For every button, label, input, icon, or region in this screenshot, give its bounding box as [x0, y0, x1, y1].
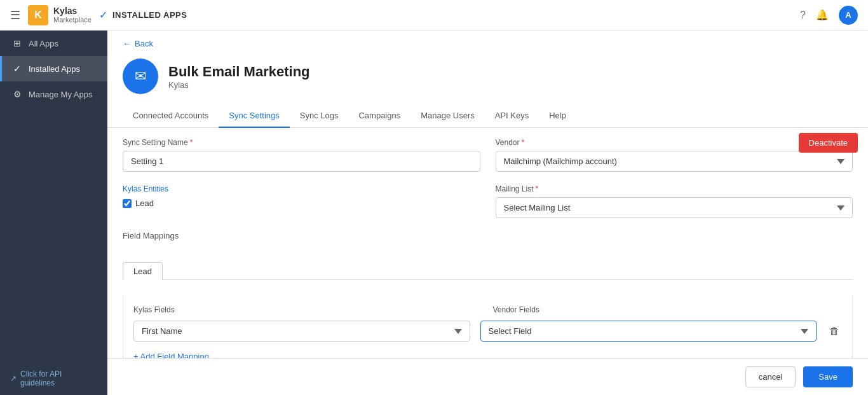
page-content: Deactivate Sync Setting Name * Vendor * [107, 128, 868, 358]
lead-checkbox-item: Lead [123, 198, 480, 208]
logo-name: Kylas [53, 6, 92, 17]
top-header: ☰ K Kylas Marketplace ✓ INSTALLED APPS ?… [0, 0, 868, 31]
vendor-field-select-wrap: Select Field [480, 321, 817, 342]
api-guidelines-label: Click for API guidelines [20, 370, 97, 387]
main-layout: ⊞ All Apps ✓ Installed Apps ⚙ Manage My … [0, 31, 868, 395]
installed-apps-icon: ✓ [12, 64, 22, 74]
back-arrow-icon: ← [123, 39, 131, 48]
check-icon: ✓ [99, 9, 107, 21]
back-bar: ← Back [107, 31, 868, 53]
manage-apps-icon: ⚙ [12, 89, 22, 99]
help-icon[interactable]: ? [800, 10, 806, 21]
vendor-field-select[interactable]: Select Field [480, 321, 817, 342]
field-mappings-section: Field Mappings Lead Kylas Fields Vendor … [123, 231, 853, 358]
api-guidelines-link[interactable]: ↗ Click for API guidelines [0, 362, 107, 395]
sync-setting-name-input[interactable] [123, 151, 480, 172]
mapping-tab-lead[interactable]: Lead [123, 262, 163, 280]
add-field-mapping-link[interactable]: + Add Field Mapping [133, 349, 209, 358]
deactivate-button[interactable]: Deactivate [799, 133, 858, 153]
page-footer: cancel Save [107, 358, 868, 395]
form-row-2: Kylas Entities Lead Mailing List * Selec… [123, 184, 853, 218]
all-apps-icon: ⊞ [12, 38, 22, 48]
header-left: ☰ K Kylas Marketplace ✓ INSTALLED APPS [10, 5, 187, 25]
lead-checkbox[interactable] [123, 199, 132, 208]
required-marker: * [190, 138, 193, 147]
logo-area: K Kylas Marketplace [28, 5, 92, 25]
logo-subtitle: Marketplace [53, 16, 92, 24]
app-header: ✉ Bulk Email Marketing Kylas [107, 53, 868, 104]
api-guidelines-icon: ↗ [10, 374, 17, 383]
header-title: INSTALLED APPS [112, 10, 187, 20]
tab-connected-accounts[interactable]: Connected Accounts [123, 104, 219, 128]
delete-mapping-icon[interactable]: 🗑 [827, 326, 842, 337]
back-link[interactable]: ← Back [123, 39, 153, 48]
content-area: ← Back ✉ Bulk Email Marketing Kylas Conn… [107, 31, 868, 395]
app-title: Bulk Email Marketing [168, 64, 310, 80]
tab-sync-settings[interactable]: Sync Settings [219, 104, 290, 128]
sidebar-item-all-apps[interactable]: ⊞ All Apps [0, 31, 107, 56]
required-marker: * [536, 184, 539, 193]
sidebar-item-installed-apps[interactable]: ✓ Installed Apps [0, 56, 107, 81]
app-info: Bulk Email Marketing Kylas [168, 64, 310, 90]
lead-checkbox-label: Lead [135, 198, 154, 208]
mapping-table-wrapper: Kylas Fields Vendor Fields First Name La… [123, 295, 853, 358]
required-marker: * [522, 138, 525, 147]
bell-icon[interactable]: 🔔 [816, 9, 829, 21]
mapping-table-header: Kylas Fields Vendor Fields [133, 305, 842, 314]
sync-setting-name-label: Sync Setting Name * [123, 138, 480, 147]
app-subtitle: Kylas [168, 80, 310, 90]
avatar[interactable]: A [839, 6, 858, 25]
kylas-fields-header: Kylas Fields [133, 305, 483, 314]
tab-manage-users[interactable]: Manage Users [410, 104, 485, 128]
vendor-select[interactable]: Mailchimp (Mailchimp account) [496, 151, 853, 172]
tab-campaigns[interactable]: Campaigns [348, 104, 410, 128]
kylas-field-select[interactable]: First Name Last Name Email Phone [133, 321, 470, 342]
tab-sync-logs[interactable]: Sync Logs [290, 104, 349, 128]
tab-api-keys[interactable]: API Keys [485, 104, 539, 128]
app-icon: ✉ [123, 59, 158, 94]
cancel-button[interactable]: cancel [745, 366, 796, 387]
tabs-bar: Connected Accounts Sync Settings Sync Lo… [107, 104, 868, 128]
save-button[interactable]: Save [803, 366, 853, 387]
mailing-list-select[interactable]: Select Mailing List [496, 197, 853, 218]
form-row-1: Sync Setting Name * Vendor * Mailchimp (… [123, 138, 853, 172]
field-mappings-label: Field Mappings [123, 231, 853, 240]
sidebar-item-manage-my-apps[interactable]: ⚙ Manage My Apps [0, 81, 107, 107]
kylas-entities-label: Kylas Entities [123, 184, 480, 193]
sidebar: ⊞ All Apps ✓ Installed Apps ⚙ Manage My … [0, 31, 107, 395]
mailing-list-label: Mailing List * [496, 184, 853, 193]
back-label: Back [135, 39, 153, 48]
logo-icon: K [28, 5, 48, 25]
vendor-fields-header: Vendor Fields [493, 305, 843, 314]
mapping-row: First Name Last Name Email Phone Select … [133, 321, 842, 342]
kylas-field-select-wrap: First Name Last Name Email Phone [133, 321, 470, 342]
hamburger-icon[interactable]: ☰ [10, 8, 20, 22]
kylas-entities-col: Kylas Entities Lead [123, 184, 480, 218]
sidebar-item-label: All Apps [29, 39, 58, 48]
header-right: ? 🔔 A [800, 6, 858, 25]
sidebar-item-label: Manage My Apps [29, 90, 92, 99]
sync-setting-name-col: Sync Setting Name * [123, 138, 480, 172]
header-title-area: ✓ INSTALLED APPS [99, 9, 187, 21]
mapping-tabs: Lead [123, 262, 853, 280]
tab-help[interactable]: Help [539, 104, 576, 128]
logo-text: Kylas Marketplace [53, 6, 92, 25]
sidebar-item-label: Installed Apps [29, 64, 80, 74]
mailing-list-col: Mailing List * Select Mailing List [496, 184, 853, 218]
